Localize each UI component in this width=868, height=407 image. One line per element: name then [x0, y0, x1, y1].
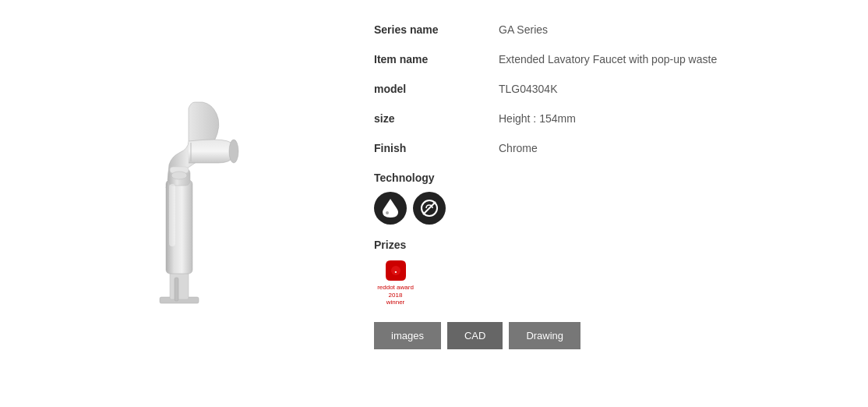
svg-line-12	[423, 202, 436, 214]
technology-section: Technology	[374, 172, 852, 225]
eco-icon	[413, 192, 446, 225]
svg-text:•: •	[394, 268, 397, 275]
buttons-row: images CAD Drawing	[374, 322, 852, 349]
water-drop-icon	[374, 192, 407, 225]
size-value: Height : 154mm	[499, 112, 576, 125]
svg-rect-2	[175, 278, 178, 301]
series-name-row: Series name GA Series	[374, 23, 852, 36]
model-value: TLG04304K	[499, 83, 558, 95]
cad-button[interactable]: CAD	[447, 322, 503, 349]
prizes-section: Prizes • reddot award 2018 winner	[374, 239, 852, 306]
svg-point-7	[171, 172, 187, 179]
model-label: model	[374, 83, 499, 95]
page-container: Series name GA Series Item name Extended…	[0, 0, 868, 407]
item-name-label: Item name	[374, 53, 499, 65]
images-button[interactable]: images	[374, 322, 441, 349]
svg-rect-1	[170, 270, 189, 299]
svg-point-4	[229, 140, 238, 163]
faucet-image	[94, 79, 265, 328]
finish-label: Finish	[374, 142, 499, 154]
svg-rect-9	[169, 184, 175, 246]
size-row: size Height : 154mm	[374, 112, 852, 125]
red-dot-text: reddot award 2018 winner	[374, 284, 417, 306]
size-label: size	[374, 112, 499, 125]
product-image-area	[0, 0, 358, 407]
svg-point-10	[386, 211, 389, 214]
model-row: model TLG04304K	[374, 83, 852, 95]
red-dot-award-icon: •	[384, 259, 408, 282]
item-name-row: Item name Extended Lavatory Faucet with …	[374, 53, 852, 65]
series-name-value: GA Series	[499, 23, 548, 36]
technology-label: Technology	[374, 172, 852, 184]
drawing-button[interactable]: Drawing	[509, 322, 580, 349]
item-name-value: Extended Lavatory Faucet with pop-up was…	[499, 53, 717, 65]
product-details: Series name GA Series Item name Extended…	[358, 0, 868, 407]
prizes-label: Prizes	[374, 239, 852, 251]
series-name-label: Series name	[374, 23, 499, 36]
technology-icons	[374, 192, 852, 225]
finish-value: Chrome	[499, 142, 538, 154]
finish-row: Finish Chrome	[374, 142, 852, 154]
red-dot-badge: • reddot award 2018 winner	[374, 259, 417, 306]
